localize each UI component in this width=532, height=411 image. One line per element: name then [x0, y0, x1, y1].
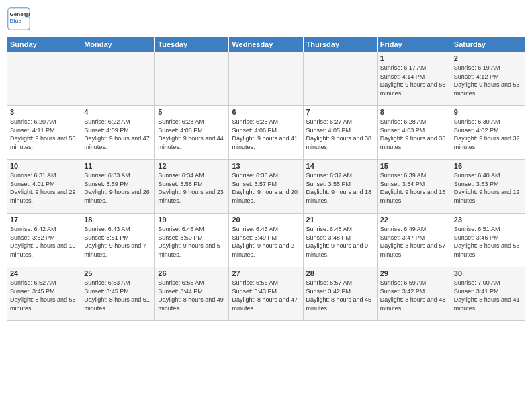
calendar-cell: 9Sunrise: 6:30 AM Sunset: 4:02 PM Daylig…: [451, 106, 525, 160]
calendar-cell: 21Sunrise: 6:48 AM Sunset: 3:48 PM Dayli…: [303, 214, 377, 267]
day-number: 30: [454, 269, 522, 277]
calendar-cell: 14Sunrise: 6:37 AM Sunset: 3:55 PM Dayli…: [303, 160, 377, 214]
calendar-week-row: 24Sunrise: 6:52 AM Sunset: 3:45 PM Dayli…: [7, 267, 525, 321]
day-info: Sunrise: 6:22 AM Sunset: 4:09 PM Dayligh…: [84, 118, 152, 151]
day-number: 7: [306, 108, 374, 116]
calendar-cell: 29Sunrise: 6:59 AM Sunset: 3:42 PM Dayli…: [377, 267, 451, 321]
logo: General Blue: [7, 7, 31, 31]
weekday-header: Saturday: [451, 37, 525, 52]
day-number: 14: [306, 162, 374, 170]
calendar-cell: 26Sunrise: 6:55 AM Sunset: 3:44 PM Dayli…: [155, 267, 229, 321]
day-info: Sunrise: 6:53 AM Sunset: 3:45 PM Dayligh…: [84, 279, 152, 312]
calendar-cell: 30Sunrise: 7:00 AM Sunset: 3:41 PM Dayli…: [451, 267, 525, 321]
day-number: 25: [84, 269, 152, 277]
day-info: Sunrise: 6:17 AM Sunset: 4:14 PM Dayligh…: [380, 64, 448, 97]
day-info: Sunrise: 6:39 AM Sunset: 3:54 PM Dayligh…: [380, 171, 448, 205]
weekday-header: Wednesday: [229, 37, 303, 52]
weekday-header: Sunday: [7, 37, 81, 52]
day-number: 3: [10, 108, 78, 116]
calendar-week-row: 10Sunrise: 6:31 AM Sunset: 4:01 PM Dayli…: [7, 160, 525, 214]
calendar-cell: 17Sunrise: 6:42 AM Sunset: 3:52 PM Dayli…: [7, 214, 81, 267]
calendar-table: SundayMondayTuesdayWednesdayThursdayFrid…: [7, 36, 525, 321]
calendar-cell: [155, 52, 229, 106]
day-number: 29: [380, 269, 448, 277]
day-number: 16: [454, 162, 522, 170]
day-info: Sunrise: 6:33 AM Sunset: 3:59 PM Dayligh…: [84, 171, 152, 205]
calendar-cell: 1Sunrise: 6:17 AM Sunset: 4:14 PM Daylig…: [377, 52, 451, 106]
day-info: Sunrise: 6:57 AM Sunset: 3:42 PM Dayligh…: [306, 279, 374, 312]
day-number: 8: [380, 108, 448, 116]
day-number: 10: [10, 162, 78, 170]
day-number: 5: [158, 108, 226, 116]
calendar-week-row: 3Sunrise: 6:20 AM Sunset: 4:11 PM Daylig…: [7, 106, 525, 160]
day-number: 21: [306, 216, 374, 224]
day-info: Sunrise: 6:59 AM Sunset: 3:42 PM Dayligh…: [380, 279, 448, 312]
calendar-cell: 27Sunrise: 6:56 AM Sunset: 3:43 PM Dayli…: [229, 267, 303, 321]
weekday-header: Monday: [81, 37, 155, 52]
day-info: Sunrise: 6:56 AM Sunset: 3:43 PM Dayligh…: [232, 279, 300, 312]
calendar-cell: 7Sunrise: 6:27 AM Sunset: 4:05 PM Daylig…: [303, 106, 377, 160]
calendar-cell: 10Sunrise: 6:31 AM Sunset: 4:01 PM Dayli…: [7, 160, 81, 214]
day-info: Sunrise: 7:00 AM Sunset: 3:41 PM Dayligh…: [454, 279, 522, 312]
calendar-cell: 15Sunrise: 6:39 AM Sunset: 3:54 PM Dayli…: [377, 160, 451, 214]
logo-icon: General Blue: [7, 7, 31, 31]
day-info: Sunrise: 6:45 AM Sunset: 3:50 PM Dayligh…: [158, 225, 226, 259]
weekday-header: Thursday: [303, 37, 377, 52]
day-number: 27: [232, 269, 300, 277]
day-info: Sunrise: 6:23 AM Sunset: 4:08 PM Dayligh…: [158, 118, 226, 151]
calendar-cell: 19Sunrise: 6:45 AM Sunset: 3:50 PM Dayli…: [155, 214, 229, 267]
day-info: Sunrise: 6:25 AM Sunset: 4:06 PM Dayligh…: [232, 118, 300, 151]
day-info: Sunrise: 6:28 AM Sunset: 4:03 PM Dayligh…: [380, 118, 448, 151]
calendar-cell: 13Sunrise: 6:36 AM Sunset: 3:57 PM Dayli…: [229, 160, 303, 214]
day-info: Sunrise: 6:55 AM Sunset: 3:44 PM Dayligh…: [158, 279, 226, 312]
day-number: 17: [10, 216, 78, 224]
svg-text:Blue: Blue: [10, 18, 22, 24]
calendar-cell: 28Sunrise: 6:57 AM Sunset: 3:42 PM Dayli…: [303, 267, 377, 321]
calendar-cell: 22Sunrise: 6:49 AM Sunset: 3:47 PM Dayli…: [377, 214, 451, 267]
calendar-cell: 2Sunrise: 6:19 AM Sunset: 4:12 PM Daylig…: [451, 52, 525, 106]
day-number: 19: [158, 216, 226, 224]
day-info: Sunrise: 6:27 AM Sunset: 4:05 PM Dayligh…: [306, 118, 374, 151]
day-number: 20: [232, 216, 300, 224]
calendar-week-row: 17Sunrise: 6:42 AM Sunset: 3:52 PM Dayli…: [7, 214, 525, 267]
calendar-cell: [303, 52, 377, 106]
day-number: 15: [380, 162, 448, 170]
day-info: Sunrise: 6:20 AM Sunset: 4:11 PM Dayligh…: [10, 118, 78, 151]
calendar-cell: 16Sunrise: 6:40 AM Sunset: 3:53 PM Dayli…: [451, 160, 525, 214]
day-number: 18: [84, 216, 152, 224]
calendar-cell: 3Sunrise: 6:20 AM Sunset: 4:11 PM Daylig…: [7, 106, 81, 160]
calendar-cell: 18Sunrise: 6:43 AM Sunset: 3:51 PM Dayli…: [81, 214, 155, 267]
day-info: Sunrise: 6:19 AM Sunset: 4:12 PM Dayligh…: [454, 64, 522, 97]
day-info: Sunrise: 6:30 AM Sunset: 4:02 PM Dayligh…: [454, 118, 522, 151]
day-number: 28: [306, 269, 374, 277]
day-info: Sunrise: 6:52 AM Sunset: 3:45 PM Dayligh…: [10, 279, 78, 312]
day-number: 13: [232, 162, 300, 170]
calendar-cell: 25Sunrise: 6:53 AM Sunset: 3:45 PM Dayli…: [81, 267, 155, 321]
day-number: 12: [158, 162, 226, 170]
calendar-cell: 23Sunrise: 6:51 AM Sunset: 3:46 PM Dayli…: [451, 214, 525, 267]
calendar-cell: 24Sunrise: 6:52 AM Sunset: 3:45 PM Dayli…: [7, 267, 81, 321]
page-header: General Blue: [7, 7, 525, 31]
calendar-cell: [81, 52, 155, 106]
day-info: Sunrise: 6:42 AM Sunset: 3:52 PM Dayligh…: [10, 225, 78, 259]
day-info: Sunrise: 6:46 AM Sunset: 3:49 PM Dayligh…: [232, 225, 300, 259]
day-info: Sunrise: 6:48 AM Sunset: 3:48 PM Dayligh…: [306, 225, 374, 259]
calendar-cell: 20Sunrise: 6:46 AM Sunset: 3:49 PM Dayli…: [229, 214, 303, 267]
calendar-week-row: 1Sunrise: 6:17 AM Sunset: 4:14 PM Daylig…: [7, 52, 525, 106]
calendar-cell: 11Sunrise: 6:33 AM Sunset: 3:59 PM Dayli…: [81, 160, 155, 214]
weekday-header: Tuesday: [155, 37, 229, 52]
day-number: 23: [454, 216, 522, 224]
day-number: 11: [84, 162, 152, 170]
day-number: 9: [454, 108, 522, 116]
day-info: Sunrise: 6:36 AM Sunset: 3:57 PM Dayligh…: [232, 171, 300, 205]
day-info: Sunrise: 6:49 AM Sunset: 3:47 PM Dayligh…: [380, 225, 448, 259]
calendar-cell: 4Sunrise: 6:22 AM Sunset: 4:09 PM Daylig…: [81, 106, 155, 160]
calendar-cell: 12Sunrise: 6:34 AM Sunset: 3:58 PM Dayli…: [155, 160, 229, 214]
day-info: Sunrise: 6:34 AM Sunset: 3:58 PM Dayligh…: [158, 171, 226, 205]
day-info: Sunrise: 6:40 AM Sunset: 3:53 PM Dayligh…: [454, 171, 522, 205]
day-number: 6: [232, 108, 300, 116]
day-number: 22: [380, 216, 448, 224]
calendar-cell: [7, 52, 81, 106]
day-number: 26: [158, 269, 226, 277]
day-info: Sunrise: 6:37 AM Sunset: 3:55 PM Dayligh…: [306, 171, 374, 205]
